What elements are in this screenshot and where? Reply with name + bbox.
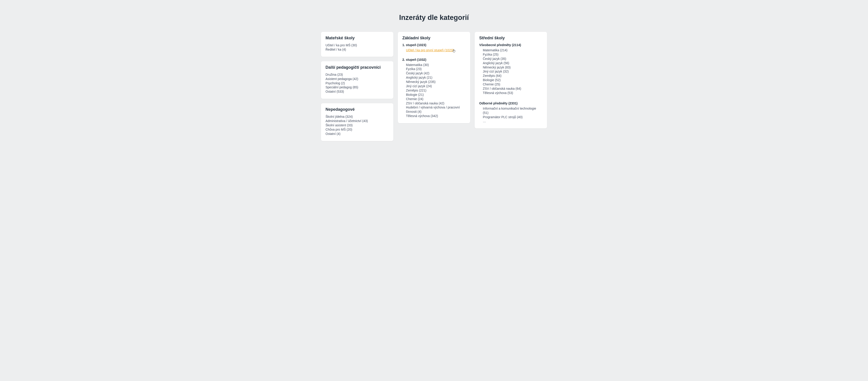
list-item[interactable]: Tělesná výchova (53) bbox=[483, 91, 542, 95]
item-list: Informační a komunikační technologie (51… bbox=[479, 106, 542, 124]
list-item[interactable]: Zeměpis (221) bbox=[406, 88, 466, 93]
item-list: Družina (23) Asistent pedagoga (42) Psyc… bbox=[326, 72, 389, 94]
list-item[interactable]: … bbox=[483, 119, 542, 123]
list-item[interactable]: Jiný cizí jazyk (24) bbox=[406, 84, 466, 88]
card-stredni-skoly: Střední školy Všeobecné předměty (2114) … bbox=[475, 32, 547, 128]
list-item[interactable]: Chemie (24) bbox=[406, 97, 466, 101]
list-item[interactable]: Informační a komunikační technologie (51… bbox=[483, 106, 542, 115]
column-2: Základní školy 1. stupeň (1023) Učitel /… bbox=[398, 32, 470, 123]
column-3: Střední školy Všeobecné předměty (2114) … bbox=[475, 32, 547, 128]
list-item[interactable]: Fyzika (25) bbox=[483, 53, 542, 57]
list-item[interactable]: Německý jazyk (83) bbox=[483, 65, 542, 70]
list-item[interactable]: Chůva pro MŠ (20) bbox=[326, 127, 389, 132]
list-item[interactable]: Školní asistent (33) bbox=[326, 123, 389, 127]
list-item[interactable]: Učitel / ka pro první stupeň (1023) bbox=[406, 48, 466, 54]
list-item[interactable]: Biologie (52) bbox=[483, 78, 542, 82]
link-hovered[interactable]: Učitel / ka pro první stupeň (1023) bbox=[406, 49, 454, 52]
page-title: Inzeráty dle kategorií bbox=[321, 13, 547, 22]
list-item[interactable]: Jiný cizí jazyk (32) bbox=[483, 69, 542, 74]
section-title[interactable]: 2. stupeň (1032) bbox=[402, 58, 466, 61]
list-item[interactable]: Matematika (214) bbox=[483, 48, 542, 53]
list-item[interactable]: Matematika (30) bbox=[406, 63, 466, 67]
list-item[interactable]: Speciální pedagog (65) bbox=[326, 85, 389, 90]
item-list: Matematika (30) Fyzika (23) Český jazyk … bbox=[402, 63, 466, 119]
list-item[interactable]: Chemie (25) bbox=[483, 82, 542, 87]
list-item[interactable]: Asistent pedagoga (42) bbox=[326, 77, 389, 81]
columns: Mateřské školy Učitel / ka pro MŠ (30) Ř… bbox=[321, 32, 547, 141]
card-title: Střední školy bbox=[479, 36, 542, 40]
section-title[interactable]: Všeobecné předměty (2114) bbox=[479, 43, 542, 47]
column-1: Mateřské školy Učitel / ka pro MŠ (30) Ř… bbox=[321, 32, 393, 141]
list-item[interactable]: Tělesná výchova (342) bbox=[406, 114, 466, 118]
list-item[interactable]: Psycholog (2) bbox=[326, 81, 389, 86]
card-materske-skoly: Mateřské školy Učitel / ka pro MŠ (30) Ř… bbox=[321, 32, 393, 57]
list-item[interactable]: ZSV / občanská nauka (64) bbox=[483, 87, 542, 91]
list-item[interactable]: Učitel / ka pro MŠ (30) bbox=[326, 43, 389, 47]
list-item[interactable]: Programátor PLC strojů (40) bbox=[483, 115, 542, 119]
cursor-pointer-icon bbox=[452, 49, 456, 54]
item-list: Učitel / ka pro první stupeň (1023) bbox=[402, 48, 466, 54]
list-item[interactable]: Družina (23) bbox=[326, 72, 389, 77]
item-list: Matematika (214) Fyzika (25) Český jazyk… bbox=[479, 48, 542, 95]
list-item[interactable]: Administrativa / účetnictví (43) bbox=[326, 119, 389, 123]
list-item[interactable]: Anglický jazyk (56) bbox=[483, 61, 542, 65]
item-list: Učitel / ka pro MŠ (30) Ředitel / ka (4) bbox=[326, 43, 389, 52]
card-nepedagogove: Nepedagogové Školní jídelna (324) Admini… bbox=[321, 103, 393, 141]
list-item[interactable]: Anglický jazyk (21) bbox=[406, 75, 466, 80]
item-list: Školní jídelna (324) Administrativa / úč… bbox=[326, 115, 389, 136]
list-item[interactable]: Český jazyk (35) bbox=[483, 57, 542, 61]
section-title[interactable]: Odborné předměty (2331) bbox=[479, 101, 542, 105]
card-title: Nepedagogové bbox=[326, 107, 389, 112]
card-title: Mateřské školy bbox=[326, 36, 389, 40]
list-item[interactable]: Český jazyk (42) bbox=[406, 71, 466, 75]
list-item[interactable]: Ostatní (4) bbox=[326, 132, 389, 136]
card-title: Základní školy bbox=[402, 36, 466, 40]
list-item[interactable]: Biologie (21) bbox=[406, 93, 466, 97]
list-item[interactable]: Německý jazyk (235) bbox=[406, 80, 466, 84]
list-item[interactable]: Hudební / výtvarná výchova / pracovní či… bbox=[406, 105, 466, 114]
list-item[interactable]: Ředitel / ka (4) bbox=[326, 47, 389, 52]
card-dalsi-pedagogicti: Další pedagogičtí pracovníci Družina (23… bbox=[321, 61, 393, 99]
card-zakladni-skoly: Základní školy 1. stupeň (1023) Učitel /… bbox=[398, 32, 470, 123]
card-title: Další pedagogičtí pracovníci bbox=[326, 65, 389, 70]
list-item[interactable]: Ostatní (533) bbox=[326, 90, 389, 94]
list-item[interactable]: ZSV / občanská nauka (42) bbox=[406, 101, 466, 105]
section-title[interactable]: 1. stupeň (1023) bbox=[402, 43, 466, 47]
list-item[interactable]: Fyzika (23) bbox=[406, 67, 466, 71]
list-item[interactable]: Zeměpis (64) bbox=[483, 74, 542, 78]
list-item[interactable]: Školní jídelna (324) bbox=[326, 115, 389, 119]
